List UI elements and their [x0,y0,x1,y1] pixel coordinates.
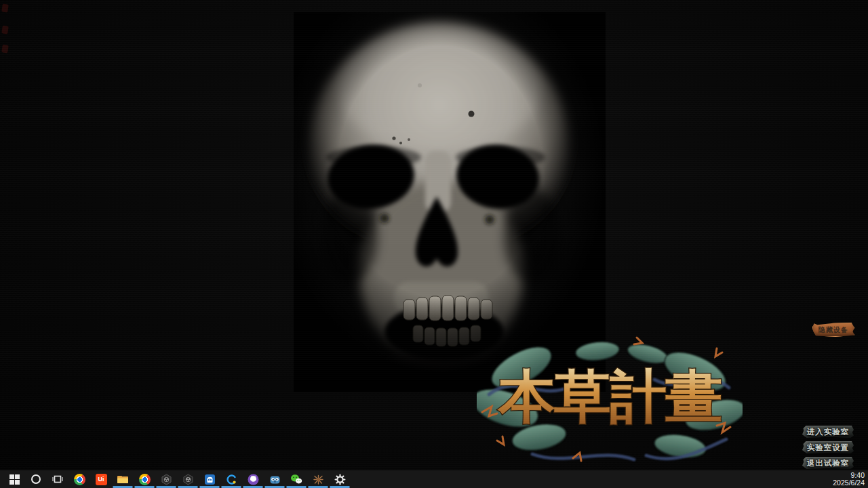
microsoft-store-button[interactable] [199,470,220,488]
chrome-button[interactable] [68,470,90,488]
wechat-icon [290,474,302,485]
file-explorer-button[interactable] [112,470,134,488]
start-button[interactable] [3,470,25,488]
game-screen: 本草計畫 隐藏设备 进入实验室 实验室设置 退出试验室 [0,0,868,488]
hexagon-app-2-button[interactable] [177,470,199,488]
hexagon-app-1-button[interactable] [155,470,177,488]
uipath-icon: Ui [96,474,107,485]
chrome-icon [139,474,151,485]
windows-taskbar: Ui [0,470,868,488]
gear-icon [334,474,346,485]
logo-title: 本草計畫 [497,363,722,430]
chrome-2-button[interactable] [134,470,155,488]
spider-app-button[interactable] [307,470,329,488]
godot-engine-button[interactable] [264,470,285,488]
enter-laboratory-button[interactable]: 进入实验室 [802,426,854,438]
wall-mark [1,25,9,34]
windows-logo-icon [9,474,20,485]
hide-device-label: 隐藏设备 [818,325,848,335]
github-desktop-button[interactable] [242,470,264,488]
exit-laboratory-button[interactable]: 退出试验室 [802,457,854,469]
godot-robot-icon [269,474,281,485]
enter-laboratory-label: 进入实验室 [807,427,850,437]
spider-icon [313,474,324,485]
cortana-circle-icon [31,474,41,485]
task-view-button[interactable] [47,470,68,488]
game-logo: 本草計畫 [477,332,743,468]
hide-device-button[interactable]: 隐藏设备 [812,323,854,337]
github-icon [248,474,259,485]
tencent-meeting-button[interactable] [220,470,242,488]
exit-laboratory-label: 退出试验室 [807,458,850,468]
laboratory-settings-button[interactable]: 实验室设置 [802,441,854,453]
task-view-icon [52,474,63,485]
wall-mark [1,44,9,53]
wall-mark [1,3,9,12]
hexagon-badge-icon [182,474,194,485]
cortana-search-button[interactable] [25,470,47,488]
laboratory-settings-label: 实验室设置 [807,443,850,453]
uipath-button[interactable]: Ui [90,470,112,488]
hexagon-badge-icon [161,474,172,485]
meeting-swoosh-icon [226,474,237,485]
chrome-icon [74,474,85,485]
clock-date: 2025/6/24 [833,479,865,487]
folder-icon [117,474,129,485]
taskbar-clock[interactable]: 9:40 2025/6/24 [833,470,865,488]
wechat-button[interactable] [285,470,307,488]
microsoft-store-icon [204,474,216,485]
settings-button[interactable] [329,470,351,488]
